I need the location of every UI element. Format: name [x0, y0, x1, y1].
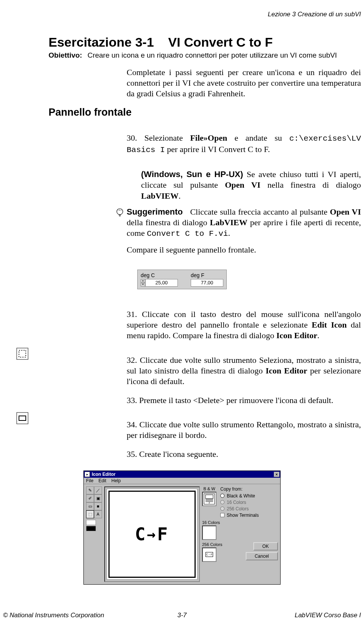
footer-left: © National Instruments Corporation — [3, 612, 122, 619]
step-34-num: 34. — [127, 420, 137, 429]
text-tool[interactable]: A — [94, 510, 102, 518]
footer-right: LabVIEW Corso Base I — [242, 612, 361, 619]
page: Lezione 3 Creazione di un subVI Esercita… — [0, 0, 364, 629]
step-30-num: 30. — [127, 133, 137, 143]
fill-tool[interactable]: ▣ — [94, 494, 102, 502]
tip-label: Suggerimento — [127, 207, 183, 216]
preview-16-button[interactable] — [202, 525, 217, 540]
deg-f-label: deg F — [191, 272, 204, 278]
exercise-name: VI Convert C to F — [168, 35, 273, 49]
footer-page-number: 3-7 — [122, 612, 242, 619]
deg-c-value[interactable]: 25,00 — [145, 279, 178, 287]
select-tool[interactable]: ⬚ — [86, 510, 94, 518]
step-34: 34. Cliccate due volte sullo strumento R… — [127, 419, 361, 441]
deg-c-spinner[interactable]: ▲▼ — [141, 279, 145, 287]
deg-f-value: 77,00 — [191, 279, 223, 287]
preview-256-button[interactable]: C→F — [202, 547, 217, 562]
dialog-title-text: Icon Editor — [92, 472, 274, 477]
foreground-color-swatch[interactable] — [86, 520, 96, 525]
select-tool-icon — [0, 347, 49, 411]
preview-bw-label: B & W — [203, 486, 215, 491]
svg-rect-1 — [17, 348, 28, 359]
svg-rect-2 — [19, 350, 26, 357]
svg-rect-4 — [19, 416, 26, 420]
tip-block: Suggerimento Cliccate sulla freccia acca… — [113, 207, 361, 255]
icon-editor-dialog: ▸ Icon Editor × File Edit Help ✎ ／ ✐ ▣ ▭ — [83, 471, 281, 585]
step-35: 35. Create l'icona seguente. — [127, 449, 361, 460]
menu-edit[interactable]: Edit — [99, 478, 107, 483]
dialog-menubar: File Edit Help — [84, 478, 280, 484]
objective-text: Creare un icona e un riquadro connettori… — [88, 51, 337, 60]
step-32-num: 32. — [127, 355, 137, 365]
preview-256-label: 256 Colors — [202, 542, 222, 547]
step-31-num: 31. — [127, 309, 137, 319]
dialog-titlebar[interactable]: ▸ Icon Editor × — [84, 471, 280, 478]
copy-from-label: Copy from: — [220, 486, 278, 492]
step-31: 31. Cliccate con il tasto destro del mou… — [127, 309, 361, 341]
svg-rect-3 — [17, 413, 28, 424]
exercise-title: Esercitazione 3-1 VI Convert C to F — [49, 35, 361, 50]
tip-lightbulb-icon — [113, 207, 127, 255]
preview-16-label: 16 Colors — [202, 520, 220, 525]
menu-help[interactable]: Help — [111, 478, 121, 483]
copy-from-bw-radio[interactable]: Black & White — [220, 493, 278, 499]
icon-canvas[interactable]: C→F — [107, 489, 198, 580]
background-color-swatch[interactable] — [86, 526, 96, 531]
filled-rect-tool[interactable]: ■ — [94, 502, 102, 510]
show-terminals-checkbox[interactable]: Show Terminals — [220, 513, 278, 518]
rect-tool[interactable]: ▭ — [86, 502, 94, 510]
menu-file-open: File»Open — [190, 133, 227, 143]
cancel-button[interactable]: Cancel — [246, 552, 278, 560]
platform-note-lead: (Windows, Sun e HP-UX) — [141, 169, 243, 179]
toolbox: ✎ ／ ✐ ▣ ▭ ■ ⬚ A — [86, 486, 102, 582]
copy-from-16-radio[interactable]: 16 Colors — [220, 500, 278, 505]
step-30: 30. Selezionate File»Open e andate su c:… — [127, 133, 361, 155]
appears-text: Compare il seguente pannello frontale. — [127, 245, 361, 255]
dialog-system-icon[interactable]: ▸ — [85, 472, 90, 477]
preview-bw-button[interactable]: 2 — [202, 492, 217, 506]
step-33: 33. Premete il tasto <Delete> per rimuov… — [127, 395, 361, 406]
dropper-tool[interactable]: ✐ — [86, 494, 94, 502]
pencil-tool[interactable]: ✎ — [86, 486, 94, 494]
intro-paragraph: Completate i passi seguenti per creare u… — [127, 67, 361, 99]
exercise-number: Esercitazione 3-1 — [49, 35, 154, 49]
icon-canvas-wrap: C→F — [104, 486, 200, 582]
step-35-num: 35. — [127, 449, 137, 459]
platform-note: (Windows, Sun e HP-UX) Se avete chiuso t… — [141, 169, 361, 201]
rectangle-tool-icon — [0, 411, 49, 465]
close-icon[interactable]: × — [274, 472, 279, 477]
line-tool[interactable]: ／ — [94, 486, 102, 494]
deg-c-label: deg C — [141, 272, 155, 278]
running-header: Lezione 3 Creazione di un subVI — [0, 11, 364, 18]
copy-from-256-radio[interactable]: 256 Colors — [220, 506, 278, 511]
menu-file[interactable]: File — [86, 478, 93, 483]
step-32: 32. Cliccate due volte sullo strumento S… — [127, 355, 361, 387]
ok-button[interactable]: OK — [253, 542, 278, 551]
step-33-num: 33. — [127, 395, 137, 405]
objective-label: Obiettivo: — [49, 51, 82, 60]
front-panel-figure: deg C ▲▼ 25,00 deg F 77,00 — [0, 270, 364, 289]
section-heading: Pannello frontale — [49, 107, 361, 118]
deg-f-indicator: deg F 77,00 — [191, 272, 223, 287]
deg-c-control: deg C ▲▼ 25,00 — [141, 272, 178, 287]
page-footer: © National Instruments Corporation 3-7 L… — [0, 612, 364, 619]
